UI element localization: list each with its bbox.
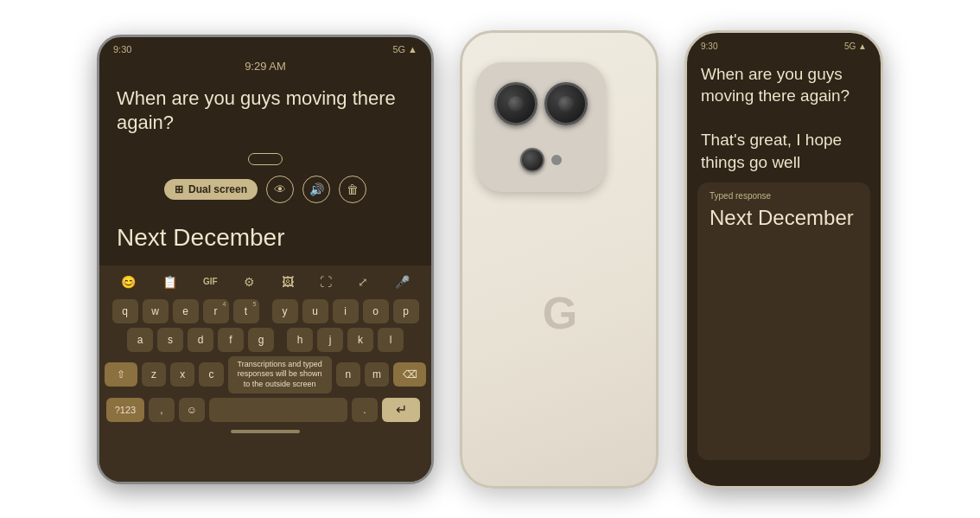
image-icon[interactable]: 🖼 <box>275 272 301 291</box>
key-f[interactable]: f <box>218 328 244 352</box>
space-key[interactable] <box>209 398 347 422</box>
foldable-time: 9:30 <box>113 44 131 54</box>
period-key[interactable]: . <box>352 398 378 422</box>
key-s[interactable]: s <box>157 328 183 352</box>
keyboard-tooltip: Transcriptions and typed responses will … <box>228 356 332 393</box>
foldable-divider <box>99 150 431 169</box>
key-g[interactable]: g <box>248 328 274 352</box>
phone-conversation-text: When are you guys moving there again? Th… <box>687 54 881 182</box>
dual-screen-button[interactable]: ⊞ Dual screen <box>164 179 258 200</box>
gif-icon[interactable]: GIF <box>196 274 225 289</box>
phone-response-box: Typed response Next December <box>697 182 870 460</box>
delete-button[interactable]: 🗑 <box>339 176 366 203</box>
divider-pill <box>248 153 283 165</box>
key-q[interactable]: q <box>112 299 138 323</box>
key-e[interactable]: e <box>173 299 199 323</box>
phone-back-device: G <box>460 30 659 489</box>
foldable-keyboard: 😊 📋 GIF ⚙ 🖼 ⛶ ⤢ 🎤 q w e r4 t5 y u i o p … <box>99 265 431 482</box>
key-z[interactable]: z <box>142 362 166 387</box>
google-logo: G <box>543 287 576 339</box>
foldable-toolbar: ⊞ Dual screen 👁 🔊 🗑 <box>99 169 431 210</box>
backspace-key[interactable]: ⌫ <box>393 362 426 387</box>
foldable-question-text: When are you guys moving there again? <box>99 80 431 150</box>
key-p[interactable]: p <box>393 299 419 323</box>
shift-key[interactable]: ⇧ <box>105 362 137 387</box>
key-h[interactable]: h <box>287 328 313 352</box>
expand-icon[interactable]: ⛶ <box>313 272 339 291</box>
foldable-status-bar: 9:30 5G ▲ <box>99 37 431 58</box>
foldable-device: 9:30 5G ▲ 9:29 AM When are you guys movi… <box>97 35 434 484</box>
camera-flash <box>551 155 562 165</box>
numbers-key[interactable]: ?123 <box>106 398 144 422</box>
emoji-icon[interactable]: 😊 <box>114 272 143 291</box>
camera-lens-ultra <box>520 148 544 172</box>
key-j[interactable]: j <box>317 328 343 352</box>
keyboard-row-2: a s d f g h j k l <box>105 328 426 352</box>
key-w[interactable]: w <box>143 299 169 323</box>
key-u[interactable]: u <box>302 299 328 323</box>
camera-lens-main <box>494 82 538 125</box>
keyboard-row-1: q w e r4 t5 y u i o p <box>105 299 426 323</box>
key-d[interactable]: d <box>188 328 213 352</box>
key-i[interactable]: i <box>333 299 359 323</box>
enter-key[interactable]: ↵ <box>382 398 420 422</box>
key-n[interactable]: n <box>336 362 360 387</box>
emoji-key[interactable]: ☺ <box>179 398 205 422</box>
key-a[interactable]: a <box>127 328 153 352</box>
keyboard-bottom-row: ?123 , ☺ . ↵ <box>105 398 426 422</box>
key-r[interactable]: r4 <box>203 299 229 323</box>
key-l[interactable]: l <box>378 328 404 352</box>
phone-front-time: 9:30 <box>701 42 717 51</box>
response-text: Next December <box>710 206 858 230</box>
phone-bottom-space <box>687 460 881 486</box>
key-y[interactable]: y <box>272 299 298 323</box>
response-label: Typed response <box>710 191 858 201</box>
key-t[interactable]: t5 <box>233 299 259 323</box>
resize-icon[interactable]: ⤢ <box>351 272 375 291</box>
phone-front-device: 9:30 5G ▲ When are you guys moving there… <box>684 30 883 489</box>
home-indicator <box>231 430 300 433</box>
settings-icon[interactable]: ⚙ <box>237 272 262 291</box>
volume-button[interactable]: 🔊 <box>302 176 330 203</box>
foldable-center-time: 9:29 AM <box>99 58 431 80</box>
phone-front-status: 9:30 5G ▲ <box>687 33 881 54</box>
key-m[interactable]: m <box>365 362 389 387</box>
camera-lens-secondary <box>544 82 588 125</box>
key-c[interactable]: c <box>199 362 223 387</box>
eye-button[interactable]: 👁 <box>266 176 294 203</box>
phone-front-signal: 5G ▲ <box>844 42 867 51</box>
key-k[interactable]: k <box>347 328 373 352</box>
key-x[interactable]: x <box>170 362 194 387</box>
keyboard-row-3: ⇧ z x c Transcriptions and typed respons… <box>105 356 426 393</box>
comma-key[interactable]: , <box>149 398 175 422</box>
foldable-signal: 5G ▲ <box>392 44 417 54</box>
mic-icon[interactable]: 🎤 <box>388 272 417 291</box>
camera-module <box>476 62 606 192</box>
clipboard-icon[interactable]: 📋 <box>156 272 184 291</box>
dual-screen-icon: ⊞ <box>175 183 183 195</box>
key-o[interactable]: o <box>363 299 389 323</box>
keyboard-icon-row: 😊 📋 GIF ⚙ 🖼 ⛶ ⤢ 🎤 <box>105 272 426 295</box>
foldable-typed-text: Next December <box>99 210 431 265</box>
